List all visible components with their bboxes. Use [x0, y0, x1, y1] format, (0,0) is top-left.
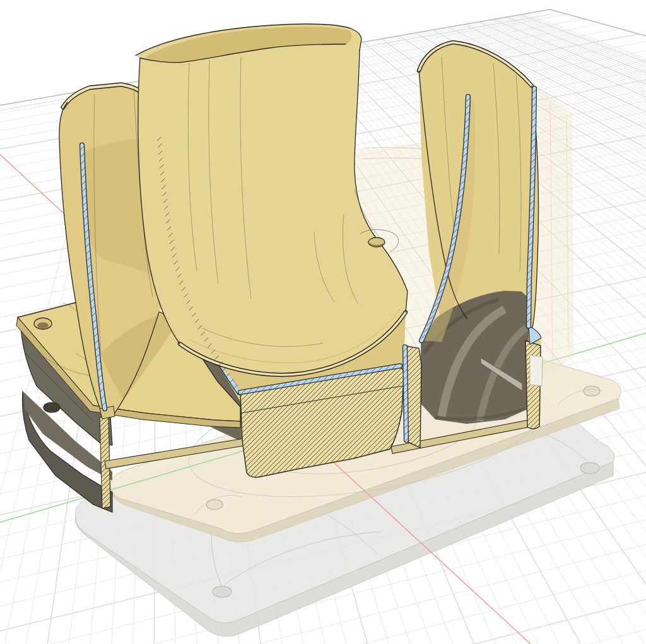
mounting-ear-slot [530, 355, 543, 386]
duct-foot [100, 406, 115, 419]
scene-canvas[interactable] [0, 0, 646, 644]
cad-viewport[interactable] [0, 0, 646, 644]
